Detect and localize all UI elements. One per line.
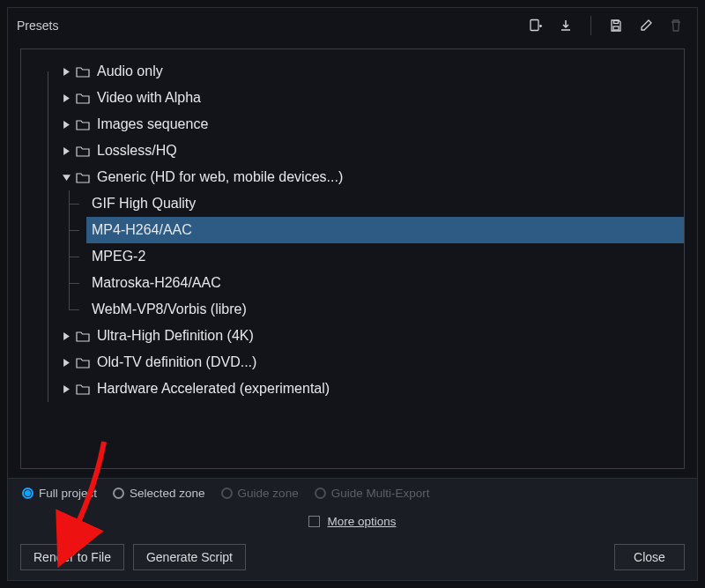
folder-icon [74,171,92,183]
folder-icon [74,330,92,342]
radio-label: Guide Multi-Export [331,487,430,500]
radio-label: Selected zone [130,487,205,500]
chevron-right-icon [60,359,72,367]
chevron-right-icon [60,68,72,76]
category-label: Video with Alpha [95,90,201,106]
category-label: Old-TV definition (DVD...) [95,354,256,370]
render-range-options: Full project Selected zone Guide zone Gu… [8,478,697,508]
generate-script-button[interactable]: Generate Script [133,544,246,570]
preset-item-matroska[interactable]: Matroska-H264/AAC [28,270,684,296]
preset-item-label: GIF High Quality [92,196,196,212]
chevron-down-icon [60,174,72,182]
category-label: Ultra-High Definition (4K) [95,328,254,344]
radio-label: Guide zone [238,487,299,500]
preset-item-label: MP4-H264/AAC [92,222,192,238]
dialog-button-row: Render to File Generate Script Close [8,534,697,580]
render-to-file-button[interactable]: Render to File [20,544,124,570]
presets-panel: Audio only Video with Alpha Images seque… [20,48,685,469]
folder-icon [74,65,92,78]
chevron-right-icon [60,147,72,155]
preset-category-video-alpha[interactable]: Video with Alpha [28,85,684,111]
presets-title: Presets [17,19,58,33]
preset-item-label: Matroska-H264/AAC [92,275,221,291]
folder-icon [74,145,92,157]
presets-tree: Audio only Video with Alpha Images seque… [28,58,684,402]
preset-category-uhd-4k[interactable]: Ultra-High Definition (4K) [28,323,684,349]
radio-label: Full project [39,487,97,500]
svg-rect-1 [613,26,619,30]
preset-item-label: MPEG-2 [92,249,145,264]
preset-category-images-sequence[interactable]: Images sequence [28,111,684,138]
radio-selected-zone[interactable]: Selected zone [113,487,205,500]
category-label: Images sequence [95,116,208,132]
edit-icon[interactable] [639,19,653,33]
chevron-right-icon [60,385,72,393]
svg-rect-2 [614,21,619,24]
close-button[interactable]: Close [614,544,685,570]
category-label: Hardware Accelerated (experimental) [95,381,330,397]
more-options-row: More options [8,508,697,534]
presets-header: Presets [8,8,697,43]
radio-indicator-icon [22,488,33,499]
folder-icon [74,92,92,104]
radio-guide-zone: Guide zone [221,487,299,500]
save-icon[interactable] [609,19,623,33]
toolbar-separator [590,16,591,35]
category-label: Generic (HD for web, mobile devices...) [95,169,343,185]
new-preset-icon[interactable] [529,19,543,33]
chevron-right-icon [60,94,72,102]
preset-category-hw-accel[interactable]: Hardware Accelerated (experimental) [28,376,684,402]
folder-icon [74,383,92,395]
preset-item-label: WebM-VP8/Vorbis (libre) [92,301,247,317]
category-label: Lossless/HQ [95,143,177,159]
radio-full-project[interactable]: Full project [22,487,97,500]
radio-indicator-icon [113,488,124,499]
category-label: Audio only [95,63,163,79]
preset-category-old-tv[interactable]: Old-TV definition (DVD...) [28,349,684,376]
folder-icon [74,356,92,368]
radio-guide-multi-export: Guide Multi-Export [315,487,430,500]
folder-icon [74,118,92,130]
radio-indicator-icon [315,488,326,499]
preset-category-lossless[interactable]: Lossless/HQ [28,138,684,164]
presets-toolbar [529,16,688,35]
chevron-right-icon [60,332,72,340]
chevron-right-icon [60,121,72,129]
preset-item-webm[interactable]: WebM-VP8/Vorbis (libre) [28,296,684,323]
preset-item-mp4-h264[interactable]: MP4-H264/AAC [28,217,684,243]
more-options-checkbox[interactable] [308,516,320,527]
more-options-label[interactable]: More options [327,515,396,528]
preset-item-gif[interactable]: GIF High Quality [28,190,684,217]
preset-category-generic[interactable]: Generic (HD for web, mobile devices...) [28,164,684,190]
preset-category-audio-only[interactable]: Audio only [28,58,684,85]
download-icon[interactable] [559,19,573,33]
preset-item-mpeg2[interactable]: MPEG-2 [28,243,684,270]
render-dialog: Presets [7,7,698,581]
delete-icon [669,19,683,33]
svg-rect-0 [531,20,538,31]
radio-indicator-icon [221,488,233,499]
